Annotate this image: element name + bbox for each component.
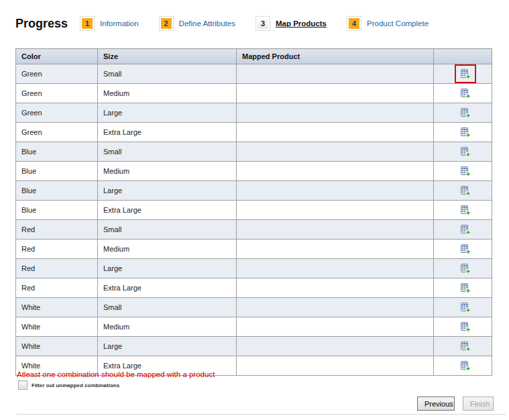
mapped-product-cell — [237, 181, 434, 201]
step-information: 1 Information — [80, 16, 139, 31]
color-cell: White — [16, 298, 98, 317]
action-cell — [434, 356, 492, 376]
filter-unmapped-checkbox[interactable] — [18, 380, 27, 390]
action-cell — [434, 181, 492, 201]
table-add-icon — [460, 166, 471, 176]
map-product-button[interactable] — [455, 181, 476, 200]
table-row: Red Medium — [16, 240, 492, 259]
color-cell: Blue — [16, 201, 98, 220]
map-product-button[interactable] — [455, 162, 476, 180]
color-cell: White — [16, 337, 98, 356]
table-add-icon — [460, 127, 471, 138]
color-cell: White — [16, 317, 98, 337]
mapped-product-cell — [237, 142, 434, 162]
map-product-button[interactable] — [455, 64, 476, 83]
size-cell: Large — [98, 103, 237, 123]
mapped-product-cell — [237, 298, 434, 317]
page-title: Progress — [15, 17, 68, 31]
step-2-badge: 2 — [159, 16, 174, 31]
step-1-link[interactable]: Information — [100, 19, 139, 28]
bottom-divider — [17, 414, 506, 415]
mapped-product-cell — [237, 240, 434, 259]
mapped-product-cell — [237, 162, 434, 181]
table-row: Red Extra Large — [16, 278, 492, 298]
map-product-button[interactable] — [455, 337, 476, 356]
progress-wizard: Progress 1 Information 2 Define Attribut… — [15, 16, 449, 31]
step-3-number: 3 — [258, 18, 268, 29]
table-row: Green Small — [16, 64, 492, 84]
table-add-icon — [460, 302, 471, 313]
size-cell: Medium — [98, 240, 237, 259]
table-add-icon — [460, 263, 471, 274]
column-header-color: Color — [16, 49, 98, 64]
size-cell: Large — [98, 181, 237, 201]
color-cell: Green — [16, 123, 98, 142]
map-product-button[interactable] — [455, 201, 476, 219]
previous-button[interactable]: Previous — [417, 397, 455, 411]
action-cell — [434, 103, 492, 123]
action-cell — [434, 337, 492, 356]
finish-button[interactable]: Finish — [463, 397, 494, 411]
table-row: Blue Small — [16, 142, 492, 162]
size-cell: Medium — [98, 84, 237, 103]
color-cell: Blue — [16, 142, 98, 162]
action-cell — [434, 162, 492, 181]
map-product-button[interactable] — [455, 84, 476, 103]
color-cell: Green — [16, 64, 98, 84]
size-cell: Medium — [98, 317, 237, 337]
table-row: Red Small — [16, 220, 492, 240]
action-cell — [434, 259, 492, 278]
product-mapping-wizard-page: Progress 1 Information 2 Define Attribut… — [0, 0, 509, 420]
map-product-button[interactable] — [455, 259, 476, 278]
mapped-product-cell — [237, 84, 434, 103]
table-row: Blue Extra Large — [16, 201, 492, 220]
step-4-badge: 4 — [347, 16, 361, 31]
step-product-complete: 4 Product Complete — [347, 16, 429, 31]
map-product-button[interactable] — [455, 103, 476, 122]
size-cell: Large — [98, 337, 237, 356]
column-header-action — [434, 49, 492, 64]
size-cell: Small — [98, 220, 237, 240]
color-cell: Green — [16, 84, 98, 103]
table-header-row: Color Size Mapped Product — [16, 49, 492, 64]
mapped-product-cell — [237, 220, 434, 240]
map-product-button[interactable] — [455, 298, 476, 317]
color-cell: Red — [16, 259, 98, 278]
action-cell — [434, 84, 492, 103]
table-add-icon — [460, 360, 471, 371]
action-cell — [434, 298, 492, 317]
mapped-product-cell — [237, 123, 434, 142]
step-2-link[interactable]: Define Attributes — [179, 19, 235, 28]
size-cell: Small — [98, 142, 237, 162]
validation-error-message: Atleast one combination should be mapped… — [17, 370, 215, 378]
mapped-product-cell — [237, 337, 434, 356]
map-product-button[interactable] — [455, 220, 476, 239]
step-3-link[interactable]: Map Products — [276, 19, 327, 28]
table-row: White Large — [16, 337, 492, 356]
step-define-attributes: 2 Define Attributes — [159, 16, 235, 31]
map-product-button[interactable] — [455, 278, 476, 297]
table-add-icon — [460, 224, 471, 235]
step-4-number: 4 — [349, 18, 359, 29]
size-cell: Small — [98, 298, 237, 317]
table-add-icon — [460, 185, 471, 196]
size-cell: Extra Large — [98, 123, 237, 142]
filter-row: Filter out unmapped combinations — [18, 380, 119, 390]
table-add-icon — [460, 68, 471, 79]
step-map-products-current: 3 Map Products — [256, 16, 327, 31]
mapped-product-cell — [237, 103, 434, 123]
map-product-button[interactable] — [455, 240, 476, 258]
table-row: Blue Medium — [16, 162, 492, 181]
step-1-badge: 1 — [80, 16, 95, 31]
table-add-icon — [460, 244, 471, 254]
color-cell: Blue — [16, 162, 98, 181]
map-product-button[interactable] — [455, 317, 476, 336]
action-cell — [434, 317, 492, 337]
color-cell: Blue — [16, 181, 98, 201]
map-product-button[interactable] — [455, 123, 476, 142]
map-product-button[interactable] — [455, 356, 476, 375]
table-row: Green Large — [16, 103, 492, 123]
map-product-button[interactable] — [455, 142, 476, 161]
action-cell — [434, 142, 492, 162]
step-4-link[interactable]: Product Complete — [367, 19, 429, 28]
